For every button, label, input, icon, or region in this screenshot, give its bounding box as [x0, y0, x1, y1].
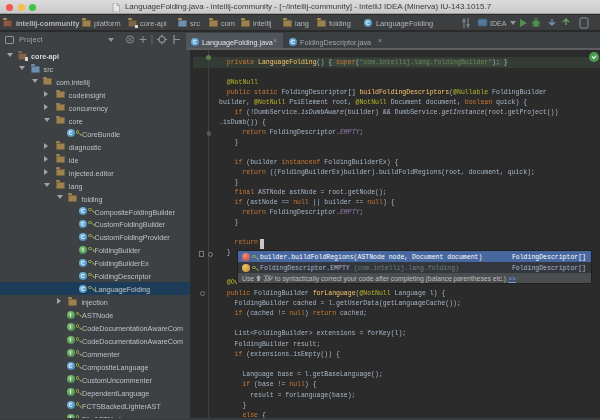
svg-text:IDEA: IDEA	[490, 20, 507, 27]
